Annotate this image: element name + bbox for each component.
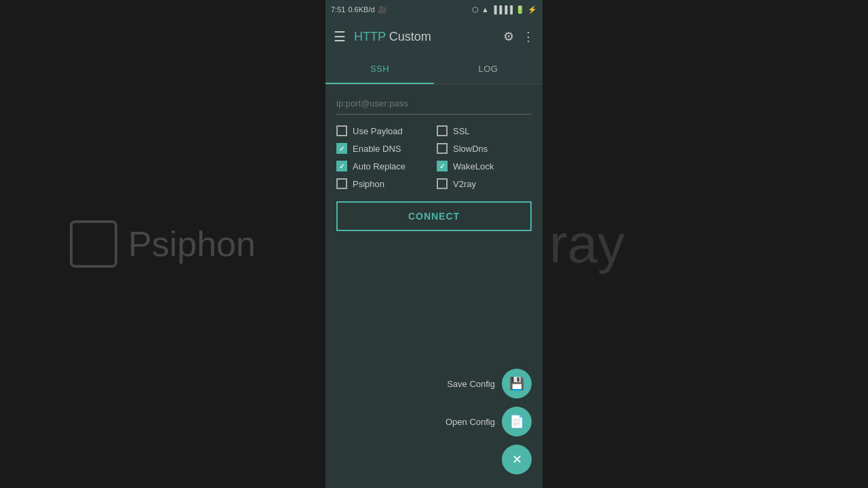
checkbox-use-payload[interactable]: [336, 125, 347, 136]
settings-icon[interactable]: ⚙: [503, 29, 514, 44]
options-grid: Use Payload SSL Enable DNS SlowDns Auto …: [336, 125, 532, 189]
battery-icon: 🔋: [515, 5, 525, 14]
option-wakelock: WakeLock: [437, 161, 532, 171]
close-icon: ✕: [512, 452, 522, 467]
main-content: Use Payload SSL Enable DNS SlowDns Auto …: [326, 85, 542, 488]
video-icon: 🎥: [378, 5, 387, 14]
ray-bg-text: ray: [549, 213, 625, 275]
background-left: Psiphon: [0, 0, 326, 488]
open-config-button[interactable]: 📄: [502, 407, 532, 436]
hamburger-menu[interactable]: ☰: [334, 28, 346, 45]
save-config-item: Save Config 💾: [447, 369, 532, 399]
checkbox-enable-dns[interactable]: [336, 143, 347, 154]
close-fab-button[interactable]: ✕: [502, 445, 532, 474]
label-enable-dns: Enable DNS: [353, 144, 401, 154]
app-title: HTTP Custom: [354, 30, 495, 44]
fab-group: Save Config 💾 Open Config 📄 ✕: [446, 369, 532, 474]
psiphon-icon: [70, 220, 117, 268]
label-auto-replace: Auto Replace: [353, 161, 406, 171]
option-enable-dns: Enable DNS: [336, 143, 431, 154]
close-fab-item: ✕: [502, 445, 532, 474]
background-right: ray: [536, 0, 868, 488]
charge-icon: ⚡: [528, 5, 537, 14]
checkbox-auto-replace[interactable]: [336, 161, 347, 171]
tab-ssh[interactable]: SSH: [326, 54, 434, 84]
checkbox-slowdns[interactable]: [437, 143, 448, 154]
label-use-payload: Use Payload: [353, 126, 403, 136]
more-options-icon[interactable]: ⋮: [522, 29, 534, 44]
option-psiphon: Psiphon: [336, 178, 431, 189]
save-icon: 💾: [509, 376, 524, 391]
checkbox-ssl[interactable]: [437, 125, 448, 136]
open-config-label: Open Config: [446, 417, 495, 427]
data-speed: 0.6KB/d: [348, 5, 374, 14]
option-ssl: SSL: [437, 125, 532, 136]
http-label: HTTP: [354, 30, 386, 43]
option-auto-replace: Auto Replace: [336, 161, 431, 171]
checkbox-psiphon[interactable]: [336, 178, 347, 189]
status-right: ⬡ ▲ ▐▐▐▐ 🔋 ⚡: [472, 5, 537, 14]
app-header: ☰ HTTP Custom ⚙ ⋮: [326, 19, 542, 54]
save-config-button[interactable]: 💾: [502, 369, 532, 399]
option-use-payload: Use Payload: [336, 125, 431, 136]
label-v2ray: V2ray: [453, 179, 476, 189]
custom-label: Custom: [386, 30, 431, 43]
label-wakelock: WakeLock: [453, 161, 494, 171]
label-ssl: SSL: [453, 126, 470, 136]
label-slowdns: SlowDns: [453, 144, 488, 154]
server-input[interactable]: [336, 96, 532, 115]
open-config-item: Open Config 📄: [446, 407, 532, 436]
option-v2ray: V2ray: [437, 178, 532, 189]
save-config-label: Save Config: [447, 379, 495, 389]
tab-bar: SSH LOG: [326, 54, 542, 85]
tab-log[interactable]: LOG: [434, 54, 542, 84]
status-left: 7:51 0.6KB/d 🎥: [331, 5, 387, 14]
option-slowdns: SlowDns: [437, 143, 532, 154]
bluetooth-icon: ⬡: [472, 5, 479, 14]
signal-icon: ▐▐▐▐: [492, 5, 513, 14]
header-icons: ⚙ ⋮: [503, 29, 534, 44]
label-psiphon: Psiphon: [353, 179, 384, 189]
wifi-icon: ▲: [481, 5, 489, 14]
psiphon-bg-text: Psiphon: [128, 224, 256, 264]
phone-container: 7:51 0.6KB/d 🎥 ⬡ ▲ ▐▐▐▐ 🔋 ⚡ ☰ HTTP Custo…: [326, 0, 542, 488]
status-bar: 7:51 0.6KB/d 🎥 ⬡ ▲ ▐▐▐▐ 🔋 ⚡: [326, 0, 542, 19]
time-display: 7:51: [331, 5, 345, 14]
open-icon: 📄: [509, 414, 524, 429]
connect-button[interactable]: CONNECT: [336, 201, 532, 231]
checkbox-v2ray[interactable]: [437, 178, 448, 189]
checkbox-wakelock[interactable]: [437, 161, 448, 171]
